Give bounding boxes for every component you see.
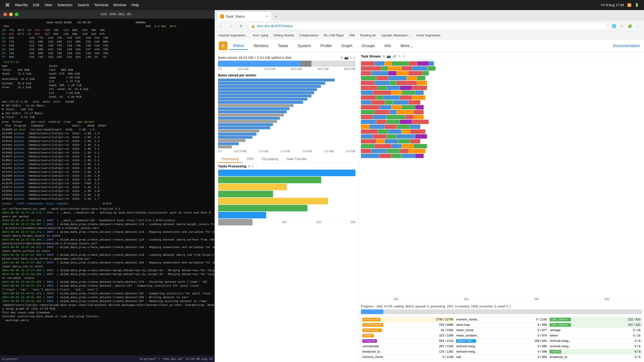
task-row-where: where 0 / 16 [548, 333, 642, 338]
bookmark-icon[interactable]: ☆ [618, 23, 625, 29]
nav-info[interactable]: Info [380, 42, 395, 49]
bookmark-importer[interactable]: importer bogmærke... [217, 33, 249, 38]
menu-search[interactable]: Search [78, 3, 89, 7]
reload-button[interactable]: ↻ [238, 22, 245, 30]
task-row-rechunk-merg1: rechunk-merg... 0 / 586 [455, 344, 548, 349]
nav-status[interactable]: Status [229, 42, 248, 50]
proc-16: 913573 python /dmdata/users/lcd/git-re 4… [2, 186, 213, 189]
mean-combine-count: 0 / 874 [538, 334, 547, 337]
menu-window[interactable]: Window [113, 3, 126, 7]
bookmark-upmath[interactable]: Upmath: Markdown ... [380, 33, 412, 38]
menubar-left: ⌘ Alacritty Edit View Selection Search T… [5, 2, 139, 8]
more-icon[interactable]: ⋮ [634, 23, 641, 29]
minimize-button[interactable] [9, 12, 13, 16]
apple-menu[interactable]: ⌘ [5, 2, 10, 8]
tab-close-button[interactable]: ✕ [266, 14, 268, 18]
maximize-button[interactable] [15, 12, 18, 16]
menu-edit[interactable]: Edit [33, 3, 39, 7]
ts-camera-icon[interactable]: 📷 [387, 54, 391, 58]
back-button[interactable]: ‹ [217, 22, 225, 30]
refresh-icon[interactable]: ↻ [350, 56, 353, 60]
bookmark-reading[interactable]: Reading list [359, 33, 377, 38]
active-tab[interactable]: Dask: Status ✕ [217, 12, 271, 21]
bookmark-dmi[interactable]: DMI [348, 33, 356, 38]
tab-processing[interactable]: Processing [218, 156, 243, 163]
proc-19: 913546 python /dmdata/users/lcd/git-re 4… [2, 197, 213, 201]
open-dataset1-count: 132 / 420 [628, 318, 640, 321]
bytes-info-icon[interactable]: ℹ [354, 56, 355, 60]
bookmark-ml[interactable]: ML LAM Paper [322, 33, 345, 38]
tasks-info-icon[interactable]: ℹ [252, 164, 254, 168]
menu-view[interactable]: View [44, 3, 52, 7]
doc-link[interactable]: Documentation [613, 43, 640, 48]
nav-graph[interactable]: Graph [337, 42, 356, 49]
cpu-row-3: C3 77% C11 69% C19 94% C27 58% C35 C43 8… [2, 40, 213, 44]
bookmark-more[interactable]: Andre bogmærker [415, 33, 442, 38]
nav-system[interactable]: System [294, 42, 315, 49]
broadcast-to2-name: broadcast_to [550, 355, 567, 359]
worker-bytes-section: Bytes stored per worker 0.0512.0 MB1.0 G… [218, 73, 355, 153]
close-button[interactable] [3, 12, 7, 16]
rechunk-merg3-name: rechunk-merg... [550, 339, 571, 343]
wifi-icon: 📶 [627, 3, 632, 7]
tab-cpu[interactable]: CPU [243, 156, 258, 163]
translate-icon[interactable]: 🌐 [610, 23, 617, 29]
menu-selection[interactable]: Selection [57, 3, 72, 7]
disk-io2: Used: 1% 6.08 MiB [49, 95, 99, 99]
bookmark-kom[interactable]: Kom i gang [252, 33, 270, 38]
disks-label: disks [49, 64, 99, 68]
ts-expand-icon[interactable]: ⊞ [382, 54, 385, 58]
reshape-name: reshape [550, 329, 561, 332]
tasks-proc-title: Tasks Processing [218, 164, 246, 168]
proc-18: 913525 python /dmdata/users/lcd/git-re 4… [2, 193, 213, 197]
nav-groups[interactable]: Groups [358, 42, 379, 49]
proc-8: 913557 python /dmdata/users/lcd/git-re 4… [2, 155, 213, 159]
progress-bar-container [361, 309, 642, 314]
camera-icon[interactable]: 📷 [344, 56, 348, 60]
log-30: warnings.warn( [2, 319, 213, 323]
dask-content: Bytes stored: 49.04 GiB + 5.53 GiB spill… [215, 52, 644, 362]
app-name[interactable]: Alacritty [15, 3, 28, 7]
terminal-content[interactable]: Xeon Gold 6426Y 15:48:53 2000ms CPU 83% … [0, 19, 215, 356]
time-30s: 30s [534, 298, 539, 301]
new-tab-button[interactable]: + [271, 12, 280, 21]
ts-link-icon[interactable]: 🔗 [392, 54, 397, 58]
nav-workers[interactable]: Workers [250, 42, 272, 49]
rechunk-merge-count: 224 / 5686 [439, 323, 453, 327]
tasks-menu-icon[interactable]: ⋮ [255, 164, 258, 168]
proc-12: 913473 python /dmdata/users/lcd/git-re 4… [2, 170, 213, 174]
tab-data-transfer[interactable]: Data Transfer [282, 156, 311, 163]
nav-tasks[interactable]: Tasks [274, 42, 292, 49]
task-col-2: moment_combi... 0 / 1166 store-map 8 / 8… [455, 317, 548, 360]
nav-profile[interactable]: Profile [316, 42, 336, 49]
log-4: 2024-08-09 15:47:55.994 | INFO | __main_… [2, 219, 213, 223]
bookmark-collab[interactable]: Collaborations [298, 33, 320, 38]
select-hint: select ↑Info ↓terminate ↑kill ↑signals 0… [2, 202, 213, 206]
nav-more[interactable]: More... [396, 42, 417, 49]
dask-nav: D Status Workers Tasks System Profile Gr… [215, 39, 644, 52]
url-text: ohm.dmi.dk:8787/status [257, 24, 604, 28]
bookmark-started[interactable]: Getting Started [272, 33, 295, 38]
forward-button[interactable]: › [228, 22, 235, 30]
task-row-sub: sub 3 / 584 [455, 355, 548, 360]
rechunk-merg3-count: 0 / 8 [634, 339, 640, 343]
proc-1: 913088 pt_main /scripts/modeling/t 4318-… [2, 128, 213, 132]
tab-occupancy[interactable]: Occupancy [258, 156, 282, 163]
ts-refresh-icon[interactable]: ↻ [398, 54, 401, 58]
broadcast-to2-count: 0 / 8 [634, 355, 640, 359]
task-col-1: rechunk-split 2790 / 22796 rechunk-merge… [361, 317, 455, 360]
menu-terminal[interactable]: Terminal [94, 3, 108, 7]
terminal-title: ssh ohm.dmi.dk [100, 12, 132, 17]
net-dl: ▼ 207 MiB/s (1.61 Gbps) [2, 104, 213, 108]
extensions-icon[interactable]: 🧩 [626, 23, 633, 29]
cpu-row-0: C0 75% 48°C C8 76% C16 75% C24 69% C32 4… [2, 28, 213, 32]
url-bar[interactable]: 🔒 ohm.dmi.dk:8787/status [248, 22, 608, 30]
net-ul: ▲ 661 KiB/s (5.17 Mbps) [2, 112, 213, 115]
progress-info-icon[interactable]: ℹ [510, 304, 511, 308]
expand-icon[interactable]: ⊞ [340, 56, 343, 60]
moment-combi-name: moment_combi... [456, 318, 479, 321]
ts-info-icon[interactable]: ℹ [403, 54, 404, 58]
sub-count: 3 / 584 [538, 355, 547, 359]
menu-help[interactable]: Help [131, 3, 139, 7]
tasks-settings-icon[interactable]: ⚙ [248, 164, 251, 168]
